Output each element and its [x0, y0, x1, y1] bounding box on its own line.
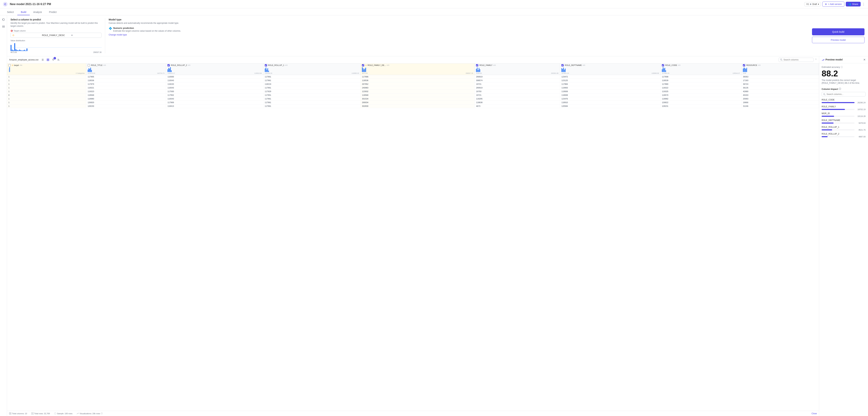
status-sample: Sample: 100 rows — [54, 412, 72, 415]
table-row: 0118568117952117951118568197211180081185… — [7, 93, 819, 97]
sidebar-icon-refresh[interactable] — [1, 18, 6, 22]
impact-value: 8521.76 — [856, 129, 866, 131]
impact-bar-bg — [822, 116, 855, 117]
impact-bar-bg — [822, 129, 855, 130]
table-cell: 117969 — [166, 101, 264, 104]
impact-item: ROLE_DEPTNAME 9478.84 — [822, 119, 866, 124]
table-cell: 117961 — [263, 101, 361, 104]
filter-badge: 2 — [54, 57, 56, 60]
col-range-role-code: 117880.00128544.07 — [662, 72, 740, 74]
col-check-role-family[interactable] — [476, 64, 478, 66]
sort-icon[interactable] — [56, 58, 61, 62]
table-cell: 1 — [7, 104, 86, 108]
data-table-scroll[interactable]: ⊙ target Abc — [7, 64, 819, 411]
col-check-role-deptname[interactable] — [561, 64, 564, 66]
table-cell: 118321 — [86, 86, 166, 90]
col-check-role-code[interactable] — [662, 64, 664, 66]
col-check-resource[interactable] — [743, 64, 745, 66]
quick-build-button[interactable]: Quick build — [812, 28, 865, 35]
tab-build[interactable]: Build — [17, 9, 30, 15]
preview-title: Preview model — [822, 58, 843, 61]
content-area: Select a column to predict Identify the … — [7, 15, 868, 416]
status-total-rows: Total rows: 32,769 — [31, 412, 50, 415]
tab-select[interactable]: Select — [3, 9, 17, 15]
table-cell: 1 — [7, 75, 86, 78]
range-max: 296507.30 — [93, 51, 101, 53]
col-impact-info-icon[interactable]: ⓘ — [839, 88, 841, 91]
search-columns-field[interactable] — [783, 59, 812, 61]
tab-analyze[interactable]: Analyze — [30, 9, 45, 15]
table-cell: 117961 — [263, 78, 361, 82]
table-cell: 118413 — [166, 104, 264, 108]
col-impact-search-input[interactable] — [827, 93, 864, 96]
filter-icon[interactable]: 2 — [51, 58, 55, 62]
more-options-button[interactable]: ⋮ — [862, 2, 865, 6]
col-name-role-deptname: ROLE_DEPTNAME — [565, 64, 582, 66]
table-cell: 19721 — [474, 93, 560, 97]
viz-info-icon: ⓘ — [101, 412, 103, 415]
col-impact-search[interactable] — [822, 92, 866, 97]
impact-value: 26290.24 — [856, 102, 866, 104]
preview-model-button[interactable]: Preview model — [812, 37, 865, 43]
sample-icon — [54, 412, 56, 415]
impact-search-icon — [823, 93, 826, 96]
table-cell: 302830 — [361, 104, 474, 108]
target-label-icon: 🎯 — [10, 30, 13, 32]
sidebar — [0, 15, 7, 416]
impact-bar-fill — [822, 136, 828, 137]
table-cell: 118343 — [166, 86, 264, 90]
table-cell: 118220 — [166, 82, 264, 86]
dist-bar — [24, 50, 25, 51]
version-badge[interactable]: V1 Draft ▾ — [804, 2, 821, 6]
grid-view-icon[interactable] — [46, 58, 50, 62]
preview-body: Estimated accuracy ⓘ 88.2 The model pred… — [819, 63, 868, 416]
version-status: Draft — [812, 3, 817, 5]
table-cell: 36724 — [742, 82, 819, 86]
sidebar-icon-menu[interactable] — [1, 25, 6, 29]
table-cell: 117880 — [660, 82, 742, 86]
impact-value: 9478.84 — [856, 122, 866, 124]
table-cell: 290919 — [474, 75, 560, 78]
preview-close-button[interactable]: ✕ — [863, 58, 866, 61]
list-view-icon[interactable] — [40, 58, 45, 62]
target-col-select[interactable]: ⊙ ROLE_FAMILY_DESC ▾ — [10, 33, 101, 38]
table-cell: 269034 — [361, 101, 474, 104]
impact-name: MGR_ID — [822, 112, 866, 115]
col-header-resource: RESOURCE 123 — [742, 64, 819, 75]
col-check-role-rollup-2[interactable] — [167, 64, 170, 66]
impact-name: ROLE_FAMILY — [822, 105, 866, 108]
col-check-role-title[interactable] — [88, 64, 90, 66]
select-chevron: ▾ — [71, 34, 100, 37]
model-type-subdesc: Estimate the target columns value based … — [113, 30, 181, 32]
viz-label: Visualizations: 20k rows — [80, 413, 100, 415]
table-row: 1118321118343117961240983290919119993118… — [7, 86, 819, 90]
impact-bar-row: 10116.28 — [822, 115, 866, 117]
col-range-role-family: 3130.00293301.80 — [476, 72, 558, 74]
col-check-target[interactable] — [8, 64, 11, 66]
target-col-label: 🎯 Target column — [10, 30, 101, 32]
table-cell: 118536 — [86, 78, 166, 82]
data-table: ⊙ target Abc — [7, 64, 819, 108]
col-name-role-rollup-1: ROLE_ROLLUP_1 — [268, 64, 284, 66]
col-check-role-rollup-1[interactable] — [265, 64, 267, 66]
tab-predict[interactable]: Predict — [45, 9, 60, 15]
add-version-button[interactable]: ⊕ + Add version — [822, 2, 844, 7]
table-cell: 123476 — [560, 97, 660, 101]
accuracy-info-icon[interactable]: ⓘ — [841, 66, 843, 69]
change-model-type-link[interactable]: Change model type — [109, 34, 127, 36]
model-type-name: Numeric prediction — [113, 27, 181, 29]
table-cell: 118343 — [166, 78, 264, 82]
table-cell: 118219 — [263, 82, 361, 86]
dist-bar — [22, 50, 23, 51]
search-icon — [780, 59, 782, 61]
col-check-role-family-de[interactable] — [362, 64, 364, 66]
search-columns-input[interactable] — [779, 58, 813, 62]
collapse-button[interactable]: ⌃ — [815, 58, 817, 61]
mini-bar-chart-role-code — [662, 67, 740, 72]
status-close-button[interactable]: Close — [811, 412, 817, 415]
table-cell: 36135 — [742, 86, 819, 90]
table-cell: 308574 — [474, 78, 560, 82]
col-header-role-family: ROLE_FAMILY 123 — [474, 64, 560, 75]
dist-bar — [26, 48, 28, 51]
share-button[interactable]: 👥 Share — [846, 2, 861, 6]
